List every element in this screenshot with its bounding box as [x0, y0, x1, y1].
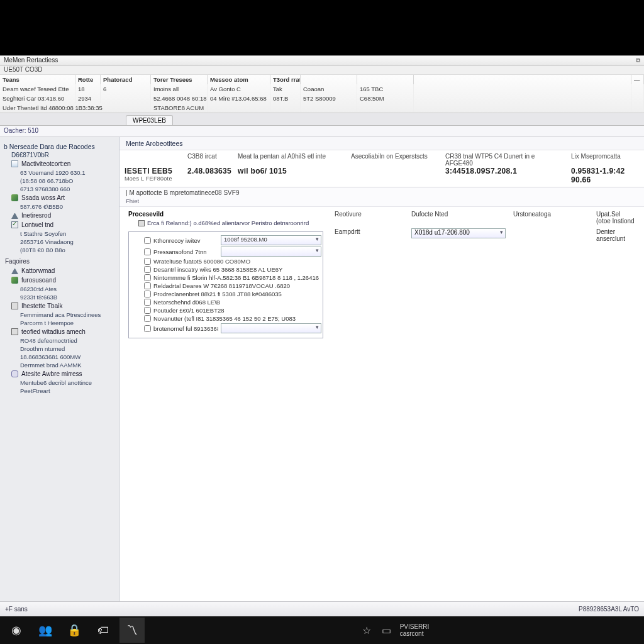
option-checkbox[interactable]	[144, 248, 151, 255]
checkbox-list: Kthonrecoy iwitev1008f 95208.M0Pressanso…	[128, 231, 323, 338]
tabstrip: WPE03LEB	[0, 113, 644, 126]
info-hdr: Messoo atom	[208, 75, 270, 84]
checkbox-row: Pressansofond 7tnn	[130, 246, 321, 257]
status-left: +F sans	[5, 606, 28, 613]
sidebar-item-label: Atesite Awbre mirress	[21, 370, 82, 377]
detail-col-value: Denter anserclunt	[596, 228, 635, 242]
sidebar-item[interactable]: Inetiresrod	[0, 211, 116, 220]
option-label: Wrateituse fuatot5 600080 CO80MO	[153, 258, 321, 265]
window-title: MeMen Rertactiess	[4, 57, 58, 65]
checkbox-row: Novanutter (tefl I81 31835365 46 152 50 …	[130, 314, 321, 323]
sidebar-item[interactable]: Lontwel tnd	[0, 220, 116, 230]
info-hdr	[414, 75, 631, 84]
sq-icon	[11, 303, 18, 309]
sidebar-item[interactable]: furosusoand	[0, 275, 116, 285]
checkbox-row: Desantrl inscatry wiks 65 3668 8158E8 A1…	[130, 265, 321, 274]
taskbar-btn-lock-icon[interactable]: 🔒	[62, 618, 87, 643]
sidebar-item[interactable]: Atesite Awbre mirress	[0, 369, 116, 379]
sidebar-item[interactable]: Ihestette Tbaik	[0, 301, 116, 311]
tree-collapse-icon[interactable]	[138, 220, 145, 226]
info-cell: Coaoan	[301, 84, 357, 94]
info-header-grid: Teans Rotte Phatoracd Torer Tresees Mess…	[0, 75, 644, 113]
window-control-icon[interactable]: ⧉	[636, 57, 640, 65]
doc-icon	[11, 160, 18, 167]
taskbar-btn-globe-icon[interactable]: ◉	[4, 618, 29, 643]
sidebar-item-subline: Droothm nturned	[0, 345, 116, 353]
option-checkbox[interactable]	[144, 299, 151, 306]
titlebar: MeMen Rertactiess ⧉	[0, 56, 644, 66]
info-hdr: Torer Tresees	[151, 75, 208, 84]
info-cell: 08T.B	[270, 94, 301, 103]
info-cell: Av Gonto C	[208, 84, 270, 94]
option-combo[interactable]	[221, 247, 321, 257]
checkbox-row: Netorschehnd d068 LE\B	[130, 298, 321, 306]
panel-minimize-button[interactable]: —	[631, 75, 644, 84]
sidebar-item-label: Lontwel tnd	[21, 221, 53, 228]
option-checkbox[interactable]	[144, 266, 151, 273]
info-cell: Tak	[270, 84, 301, 94]
option-checkbox[interactable]	[144, 307, 151, 314]
app-window: MeMen Rertactiess ⧉ UE50T CO3D Teans Rot…	[0, 55, 644, 616]
substrip-b: Fhiet	[126, 196, 638, 204]
detail-col-header: Reotivure	[335, 211, 404, 226]
summary-header: CR38 tnal WTP5 C4 Dunert in e AFGE480	[440, 150, 566, 167]
info-cell: Seghteri Car 03:418.60	[0, 94, 75, 103]
option-checkbox[interactable]	[144, 274, 151, 281]
sidebar-item-subline: 2653716 Vinadaong	[0, 238, 116, 246]
tri-icon	[11, 267, 18, 274]
sidebar-item-subline: t Stathre Soyofen	[0, 230, 116, 238]
taskbar-center-logo-icon[interactable]: ☆	[360, 623, 374, 637]
sidebar-item[interactable]: Mactiviteotcort:en	[0, 159, 116, 169]
pen-icon	[11, 277, 18, 284]
option-checkbox[interactable]	[144, 325, 151, 332]
form-left: Procesevild Erca fi Relannd:) o.d68%ed a…	[128, 211, 323, 338]
taskbar-btn-app-icon[interactable]: 〽	[119, 618, 145, 643]
option-checkbox[interactable]	[144, 237, 151, 244]
sidebar-item-subline: 9233t t8:663B	[0, 293, 116, 301]
info-cell: C68:50M	[357, 94, 414, 103]
sidebar-item-subline: 63 Voemand 1920 630.1	[0, 169, 116, 177]
window-subtitle: UE50T CO3D	[0, 66, 644, 75]
sidebar-item[interactable]: Kattorwmad	[0, 266, 116, 275]
option-combo[interactable]: 1008f 95208.M0	[221, 235, 321, 245]
tri-icon	[11, 212, 18, 219]
option-checkbox[interactable]	[144, 282, 151, 289]
sidebar-item-subline: Femmimand aca Ptrescdinees	[0, 311, 116, 319]
detail-col-header: Urstoneatoga	[513, 211, 589, 226]
info-cell: 165 TBC	[357, 84, 414, 94]
summary-value: 2.48.083635	[182, 167, 233, 187]
option-checkbox[interactable]	[144, 291, 151, 297]
taskbar-btn-people-icon[interactable]: 👥	[33, 618, 58, 643]
sq-icon	[11, 328, 18, 335]
option-combo[interactable]	[221, 323, 321, 333]
form-group-title: Procesevild	[128, 211, 323, 219]
checkbox-row: Kthonrecoy iwitev1008f 95208.M0	[130, 235, 321, 246]
taskbar-center-disk-icon[interactable]: ▭	[380, 623, 394, 637]
detail-dropdown[interactable]: X018d u17-206.800	[411, 228, 506, 238]
info-hdr	[357, 75, 414, 84]
option-label: Prodreclanenbret 88\21 fi 5308 JT88 k#04…	[153, 291, 321, 297]
sidebar-item-subline: 587.676 €\B5B0	[0, 203, 116, 211]
substrip-a: | M apottocte B mpretomatinece08 SVF9	[126, 189, 638, 196]
option-checkbox[interactable]	[144, 258, 151, 265]
taskbar-btn-tag-icon[interactable]: 🏷	[91, 618, 116, 643]
checkbox-row: Wrateituse fuatot5 600080 CO80MO	[130, 257, 321, 265]
sidebar-item[interactable]: Ssada woss Art	[0, 193, 116, 203]
sidebar-item-label: Kattorwmad	[21, 267, 55, 274]
panel-title: Mente Arobeotltees	[119, 137, 644, 150]
option-checkbox[interactable]	[144, 315, 151, 322]
sidebar-item-label: furosusoand	[21, 277, 56, 284]
option-label: Kthonrecoy iwitev	[153, 237, 218, 244]
option-label: Netorschehnd d068 LE\B	[153, 299, 321, 306]
sidebar-item[interactable]: teofied witadius amech	[0, 327, 116, 336]
sidebar-item-label: Inetiresrod	[21, 212, 51, 219]
info-cell: 5T2 S80009	[301, 94, 357, 103]
info-cell: Imoins all	[151, 84, 208, 94]
info-cell: 04 Mire #13.04.65:68	[208, 94, 270, 103]
info-hdr: Teans	[0, 75, 75, 84]
option-label: brotenornef ful 89136368	[153, 325, 218, 332]
option-label: Nintommme fi Slorin hlf-A.582:38 B1 6B98…	[153, 274, 321, 281]
desktop-black-area	[0, 0, 644, 55]
tab-active[interactable]: WPE03LEB	[126, 115, 173, 125]
sidebar: b Nerseade Dara due Racodes D6€871V0bR M…	[0, 137, 119, 616]
